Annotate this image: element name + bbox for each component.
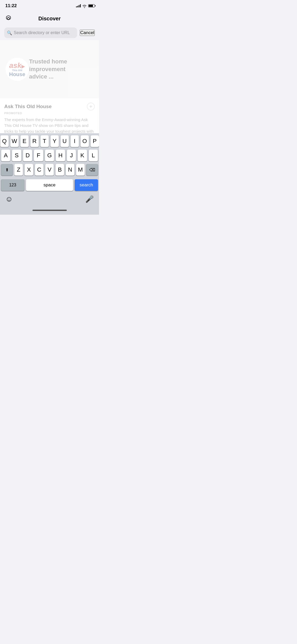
battery-icon <box>88 4 95 7</box>
key-v[interactable]: V <box>45 164 54 176</box>
numbers-key[interactable]: 123 <box>1 179 24 191</box>
key-f[interactable]: F <box>34 150 43 161</box>
key-x[interactable]: X <box>25 164 33 176</box>
key-g[interactable]: G <box>45 150 54 161</box>
cancel-button[interactable]: Cancel <box>80 30 95 36</box>
key-row-1: Q W E R T Y U I O P <box>1 135 98 147</box>
card-image-area: ask▶ This Old House Trusted homeimprovem… <box>0 40 99 98</box>
key-r[interactable]: R <box>30 135 39 147</box>
key-k[interactable]: K <box>78 150 87 161</box>
keyboard: Q W E R T Y U I O P A S D F G H J K L ⬆ … <box>0 133 99 215</box>
key-b[interactable]: B <box>55 164 64 176</box>
status-icons <box>76 4 95 7</box>
key-h[interactable]: H <box>56 150 65 161</box>
microphone-button[interactable]: 🎤 <box>85 195 94 203</box>
key-w[interactable]: W <box>10 135 19 147</box>
key-i[interactable]: I <box>70 135 79 147</box>
search-input-wrapper[interactable]: 🔍 <box>4 27 77 38</box>
delete-key[interactable]: ⌫ <box>86 164 98 176</box>
ask-logo: ask▶ This Old House <box>5 57 29 81</box>
key-q[interactable]: Q <box>0 135 9 147</box>
key-n[interactable]: N <box>66 164 74 176</box>
search-key[interactable]: search <box>75 179 98 191</box>
search-bar-container: 🔍 Cancel <box>0 25 99 40</box>
header: Discover <box>0 12 99 25</box>
key-t[interactable]: T <box>40 135 49 147</box>
card-tagline: Trusted homeimprovementadvice ... <box>29 58 67 81</box>
subscribe-button[interactable]: + <box>87 103 95 111</box>
shift-key[interactable]: ⬆ <box>1 164 13 176</box>
search-input[interactable] <box>14 30 74 35</box>
key-m[interactable]: M <box>76 164 85 176</box>
home-indicator <box>0 206 99 215</box>
settings-button[interactable] <box>4 14 13 23</box>
signal-icon <box>76 4 81 7</box>
key-e[interactable]: E <box>20 135 29 147</box>
status-bar: 11:22 <box>0 0 99 12</box>
key-o[interactable]: O <box>81 135 89 147</box>
bottom-row: 123 space search <box>0 179 99 192</box>
search-icon: 🔍 <box>7 30 12 35</box>
key-a[interactable]: A <box>1 150 10 161</box>
emoji-button[interactable]: ☺ <box>5 195 13 203</box>
key-u[interactable]: U <box>60 135 69 147</box>
key-l[interactable]: L <box>89 150 98 161</box>
key-y[interactable]: Y <box>50 135 59 147</box>
status-time: 11:22 <box>5 3 17 8</box>
card-title: Ask This Old House <box>4 104 51 109</box>
key-p[interactable]: P <box>91 135 99 147</box>
promoted-badge: PROMOTED <box>4 112 95 115</box>
home-bar <box>32 210 67 211</box>
page-title: Discover <box>38 16 61 22</box>
space-key[interactable]: space <box>26 179 73 191</box>
extra-row: ☺ 🎤 <box>0 192 99 206</box>
key-d[interactable]: D <box>23 150 32 161</box>
key-s[interactable]: S <box>12 150 21 161</box>
card-title-row: Ask This Old House + <box>4 103 95 111</box>
key-z[interactable]: Z <box>14 164 23 176</box>
key-j[interactable]: J <box>67 150 76 161</box>
wifi-icon <box>82 4 87 7</box>
key-c[interactable]: C <box>35 164 44 176</box>
key-row-3: ⬆ Z X C V B N M ⌫ <box>1 164 98 176</box>
key-rows: Q W E R T Y U I O P A S D F G H J K L ⬆ … <box>0 133 99 179</box>
key-row-2: A S D F G H J K L <box>1 150 98 161</box>
